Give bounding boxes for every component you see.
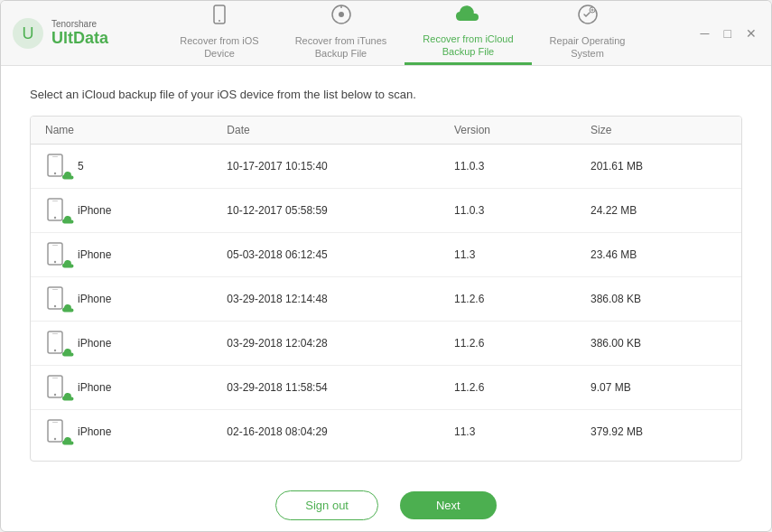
logo-icon: U — [12, 17, 44, 50]
cloud-icon — [62, 216, 74, 225]
row-name: iPhone — [78, 381, 111, 394]
svg-text:U: U — [23, 24, 34, 42]
name-cell: iPhone — [45, 286, 227, 312]
cloud-icon — [62, 349, 74, 358]
row-name: 5 — [78, 160, 84, 173]
row-name: iPhone — [78, 293, 111, 305]
name-cell: iPhone — [45, 419, 227, 444]
row-size: 386.08 KB — [591, 293, 727, 305]
svg-rect-30 — [52, 422, 58, 423]
row-version: 11.2.6 — [454, 337, 591, 350]
row-version: 11.3 — [454, 425, 591, 438]
svg-point-17 — [54, 261, 56, 263]
header-date: Date — [227, 124, 454, 136]
device-icon-wrap — [45, 419, 70, 444]
name-cell: 5 — [45, 154, 227, 179]
svg-point-5 — [339, 12, 344, 17]
row-size: 9.07 MB — [591, 381, 727, 394]
svg-rect-24 — [52, 333, 58, 334]
cloud-icon — [62, 437, 74, 446]
main-window: U Tenorshare UltData Recover from iOSDev… — [0, 0, 772, 532]
svg-point-23 — [54, 350, 56, 351]
logo-text: Tenorshare UltData — [51, 19, 108, 48]
row-name: iPhone — [78, 204, 111, 217]
row-date: 05-03-2018 06:12:45 — [227, 248, 454, 261]
tab-itunes[interactable]: Recover from iTunesBackup File — [277, 1, 405, 65]
svg-rect-27 — [52, 378, 58, 378]
table-row[interactable]: iPhone 03-29-2018 12:14:48 11.2.6 386.08… — [31, 277, 741, 322]
device-icon-wrap — [45, 375, 70, 400]
table-header: Name Date Version Size — [31, 117, 741, 145]
repair-icon — [577, 4, 599, 31]
itunes-icon — [330, 4, 352, 31]
row-name: iPhone — [78, 248, 111, 261]
name-cell: iPhone — [45, 242, 227, 267]
footer: Sign out Next — [1, 476, 771, 531]
device-icon-wrap — [45, 154, 70, 179]
table-body: 5 10-17-2017 10:15:40 11.0.3 201.61 MB i… — [31, 145, 741, 461]
tab-icloud[interactable]: Recover from iCloudBackup File — [405, 1, 531, 65]
tab-itunes-label: Recover from iTunesBackup File — [295, 34, 387, 61]
row-size: 23.46 MB — [591, 248, 727, 261]
close-button[interactable]: ✕ — [742, 24, 760, 42]
tab-repair[interactable]: Repair OperatingSystem — [532, 1, 644, 65]
row-size: 379.92 MB — [591, 425, 727, 438]
minimize-button[interactable]: ─ — [697, 24, 713, 42]
ios-icon — [209, 4, 230, 31]
cloud-icon — [62, 172, 74, 181]
row-date: 03-29-2018 12:14:48 — [227, 293, 454, 305]
header-name: Name — [45, 124, 227, 136]
row-size: 24.22 MB — [591, 204, 727, 217]
header-size: Size — [591, 124, 727, 136]
titlebar: U Tenorshare UltData Recover from iOSDev… — [1, 1, 771, 66]
table-row[interactable]: iPhone 10-12-2017 05:58:59 11.0.3 24.22 … — [31, 189, 741, 233]
svg-rect-12 — [52, 156, 58, 157]
row-date: 10-17-2017 10:15:40 — [227, 160, 454, 173]
row-version: 11.0.3 — [454, 160, 591, 173]
table-row[interactable]: iPhone 02-16-2018 08:04:29 11.3 379.92 M… — [31, 410, 741, 453]
main-content: Select an iCloud backup file of your iOS… — [1, 66, 771, 476]
signout-button[interactable]: Sign out — [275, 490, 378, 520]
table-row[interactable]: iPhone 03-29-2018 11:58:54 11.2.6 9.07 M… — [31, 366, 741, 410]
product-name: UltData — [51, 29, 108, 48]
svg-rect-21 — [52, 289, 58, 290]
row-version: 11.3 — [454, 248, 591, 261]
row-version: 11.2.6 — [454, 293, 591, 305]
svg-rect-15 — [52, 201, 58, 201]
maximize-button[interactable]: □ — [721, 24, 735, 42]
row-date: 02-16-2018 08:04:29 — [227, 425, 454, 438]
next-button[interactable]: Next — [400, 491, 497, 519]
header-version: Version — [454, 124, 591, 136]
row-name: iPhone — [78, 425, 111, 438]
table-row[interactable]: 5 10-17-2017 10:15:40 11.0.3 201.61 MB — [31, 145, 741, 189]
name-cell: iPhone — [45, 375, 227, 400]
svg-rect-18 — [52, 245, 58, 246]
row-size: 386.00 KB — [591, 337, 727, 350]
name-cell: iPhone — [45, 331, 227, 356]
svg-point-20 — [54, 305, 56, 307]
row-version: 11.2.6 — [454, 381, 591, 394]
device-icon-wrap — [45, 286, 70, 312]
cloud-icon — [62, 393, 74, 402]
name-cell: iPhone — [45, 198, 227, 223]
backup-table: Name Date Version Size — [30, 116, 742, 462]
row-date: 10-12-2017 05:58:59 — [227, 204, 454, 217]
device-icon-wrap — [45, 242, 70, 267]
nav-tabs: Recover from iOSDevice Recover from iTun… — [108, 1, 697, 65]
logo-area: U Tenorshare UltData — [12, 17, 108, 50]
row-size: 201.61 MB — [591, 160, 727, 173]
cloud-icon — [62, 260, 74, 269]
row-date: 03-29-2018 11:58:54 — [227, 381, 454, 394]
tab-icloud-label: Recover from iCloudBackup File — [423, 33, 513, 59]
table-row[interactable]: iPhone 05-03-2018 06:12:45 11.3 23.46 MB — [31, 233, 741, 277]
svg-point-29 — [54, 438, 56, 440]
row-name: iPhone — [78, 337, 111, 350]
tab-ios[interactable]: Recover from iOSDevice — [162, 1, 276, 65]
table-row[interactable]: iPhone 03-29-2018 12:04:28 11.2.6 386.00… — [31, 322, 741, 366]
tab-repair-label: Repair OperatingSystem — [550, 34, 626, 61]
row-version: 11.0.3 — [454, 204, 591, 217]
tab-ios-label: Recover from iOSDevice — [180, 34, 258, 61]
cloud-icon — [62, 304, 74, 313]
device-icon-wrap — [45, 331, 70, 356]
svg-point-26 — [54, 394, 56, 396]
